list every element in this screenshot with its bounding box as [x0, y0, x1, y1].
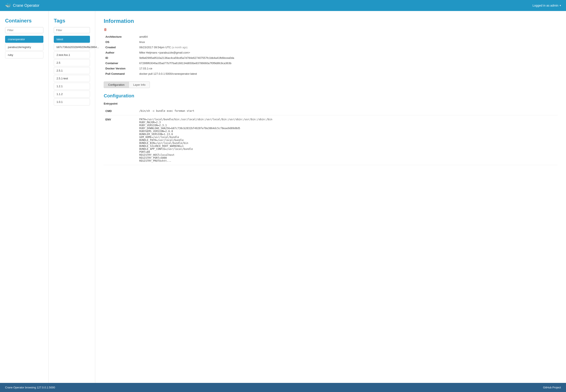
tab-bar: Configuration Layer Info — [104, 82, 558, 88]
containers-column: Containers craneoperatorparabuzzle/regis… — [0, 11, 49, 383]
main-content: Containers craneoperatorparabuzzle/regis… — [0, 11, 566, 383]
tag-item[interactable]: 2.5 — [54, 59, 90, 66]
tags-title: Tags — [54, 18, 90, 24]
info-key: Container — [104, 60, 138, 66]
container-item[interactable]: ruby — [5, 51, 43, 58]
info-panel: Information 🗑 Architectureamd64OSlinuxCr… — [95, 11, 566, 383]
info-row: Container6726f8f6304fac05ad77b7f7ba61681… — [104, 60, 558, 66]
config-row: ENVPATH=/usr/local/bundle/bin:/usr/local… — [104, 115, 558, 165]
tags-column: Tags latestb87c738cb2032bf4920fef8e3864.… — [49, 11, 95, 383]
footer: Crane Operator browsing 127.0.0.1:5000 G… — [0, 383, 566, 392]
footer-browsing-label: Crane Operator browsing 127.0.0.1:5000 — [5, 386, 55, 389]
header-left: 🐳 Crane Operator — [5, 3, 39, 8]
tab-layer-info[interactable]: Layer Info — [129, 82, 150, 88]
config-key: CMD — [104, 107, 138, 115]
config-table: CMD/bin/sh -c bundle exec foreman startE… — [104, 107, 558, 165]
tag-item[interactable]: 2.5.1 — [54, 67, 90, 74]
github-link[interactable]: GitHub Project — [543, 386, 561, 389]
container-item[interactable]: parabuzzle/registry — [5, 44, 43, 51]
tag-item[interactable]: 1.1.2 — [54, 91, 90, 98]
tag-item[interactable]: 1.0.1 — [54, 98, 90, 105]
info-row: Architectureamd64 — [104, 34, 558, 39]
info-row: OSlinux — [104, 39, 558, 45]
info-value: docker pull 127.0.0.1:5000/craneoperator… — [138, 71, 558, 76]
info-value: 6726f8f6304fac05ad77b7f7ba6168134d650be8… — [138, 60, 558, 66]
info-row: Created06/23/2017 09:54pm UTC (a month a… — [104, 45, 558, 50]
logged-in-label: Logged in as admin — [533, 4, 558, 7]
tag-item[interactable]: 2.5.1-test — [54, 75, 90, 82]
info-value: amd64 — [138, 34, 558, 39]
config-row: CMD/bin/sh -c bundle exec foreman start — [104, 107, 558, 115]
info-table: Architectureamd64OSlinuxCreated06/23/201… — [104, 34, 558, 76]
config-key: ENV — [104, 115, 138, 165]
configuration-title: Configuration — [104, 93, 558, 99]
info-row: ID9d9af2995a9510a2136ac4ca59cd5a7d784e62… — [104, 55, 558, 60]
info-key: Docker Version — [104, 66, 138, 71]
info-value: linux — [138, 39, 558, 45]
containers-filter-input[interactable] — [5, 27, 43, 33]
info-value: 17.03.1-ce — [138, 66, 558, 71]
container-item[interactable]: craneoperator — [5, 36, 43, 43]
config-value: /bin/sh -c bundle exec foreman start — [138, 107, 558, 115]
entrypoint-label: Entrypoint — [104, 102, 558, 105]
info-key: ID — [104, 55, 138, 60]
header: 🐳 Crane Operator Logged in as admin ▾ — [0, 0, 566, 11]
chevron-down-icon: ▾ — [560, 4, 561, 7]
info-key: Architecture — [104, 34, 138, 39]
containers-list: craneoperatorparabuzzle/registryruby — [5, 36, 43, 58]
tag-item[interactable]: 1.2.1 — [54, 83, 90, 90]
tag-item[interactable]: latest — [54, 36, 90, 43]
config-value: PATH=/usr/local/bundle/bin:/usr/local/sb… — [138, 115, 558, 165]
info-key: Created — [104, 45, 138, 50]
delete-icon[interactable]: 🗑 — [104, 28, 558, 31]
info-value: Mike Heijmans <parabuzzle@gmail.com> — [138, 50, 558, 55]
information-title: Information — [104, 18, 558, 24]
info-key: OS — [104, 39, 138, 45]
info-value: 06/23/2017 09:54pm UTC (a month ago) — [138, 45, 558, 50]
app-title: Crane Operator — [13, 3, 39, 8]
tag-item[interactable]: 2.test.foo.1 — [54, 51, 90, 58]
logo-icon: 🐳 — [5, 3, 11, 8]
user-menu[interactable]: Logged in as admin ▾ — [533, 4, 561, 7]
info-key: Author — [104, 50, 138, 55]
info-key: Pull Command — [104, 71, 138, 76]
info-row: Docker Version17.03.1-ce — [104, 66, 558, 71]
tab-configuration[interactable]: Configuration — [104, 82, 129, 88]
info-value: 9d9af2995a9510a2136ac4ca59cd5a7d784e6274… — [138, 55, 558, 60]
containers-title: Containers — [5, 18, 43, 24]
tag-item[interactable]: b87c738cb2032bf4920fef8e3864... — [54, 44, 90, 51]
info-row: Pull Commanddocker pull 127.0.0.1:5000/c… — [104, 71, 558, 76]
info-row: AuthorMike Heijmans <parabuzzle@gmail.co… — [104, 50, 558, 55]
tags-list: latestb87c738cb2032bf4920fef8e3864...2.t… — [54, 36, 90, 105]
tags-filter-input[interactable] — [54, 27, 90, 33]
